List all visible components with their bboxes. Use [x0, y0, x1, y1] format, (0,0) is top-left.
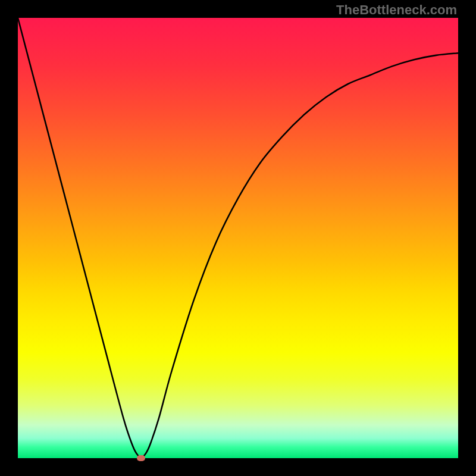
minimum-marker-icon: [137, 455, 145, 461]
chart-container: TheBottleneck.com: [0, 0, 476, 476]
bottleneck-curve: [18, 18, 458, 458]
plot-area: [18, 18, 458, 458]
attribution-text: TheBottleneck.com: [336, 2, 457, 18]
